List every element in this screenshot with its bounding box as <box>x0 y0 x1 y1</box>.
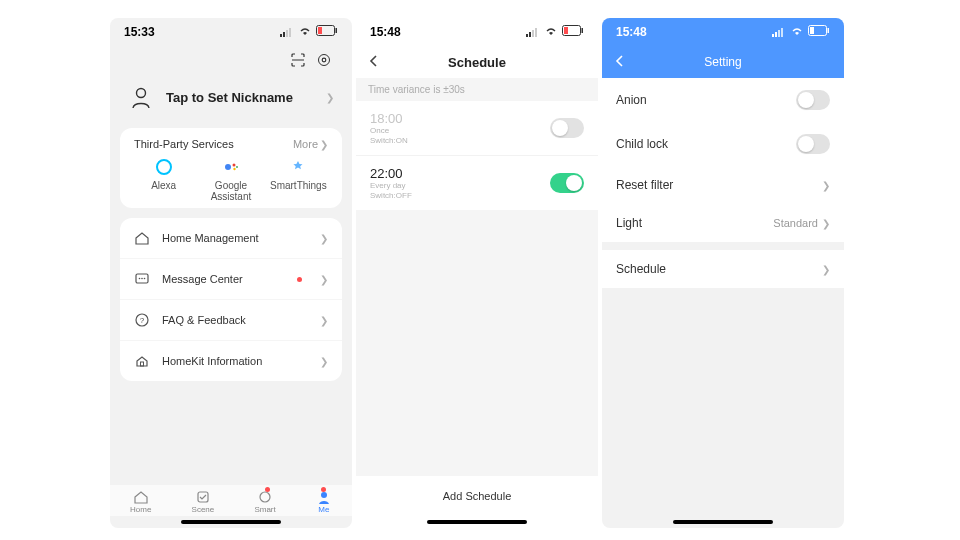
tab-scene[interactable]: Scene <box>192 489 215 514</box>
settings-gear-icon[interactable] <box>316 52 332 68</box>
nav-bar: Schedule <box>356 46 598 78</box>
tab-me[interactable]: Me <box>316 489 332 514</box>
status-bar: 15:48 <box>602 18 844 46</box>
setting-schedule[interactable]: Schedule ❯ <box>602 250 844 288</box>
notification-dot <box>321 487 326 492</box>
setting-reset-filter[interactable]: Reset filter ❯ <box>602 166 844 204</box>
signal-icon <box>280 27 294 37</box>
home-indicator <box>673 520 773 524</box>
svg-point-7 <box>319 55 330 66</box>
settings-body: Anion Child lock Reset filter ❯ Light St… <box>602 78 844 520</box>
svg-rect-31 <box>582 28 584 33</box>
schedule-row[interactable]: 18:00 Once Switch:ON <box>356 101 598 156</box>
status-right <box>280 25 338 39</box>
profile-row[interactable]: Tap to Set Nickname ❯ <box>110 72 352 128</box>
menu-homekit[interactable]: HomeKit Information ❯ <box>120 341 342 381</box>
svg-rect-23 <box>260 492 270 502</box>
tp-label: Alexa <box>130 180 197 191</box>
schedule-info: 22:00 Every day Switch:OFF <box>370 166 550 200</box>
tp-alexa[interactable]: Alexa <box>130 158 197 202</box>
anion-toggle[interactable] <box>796 90 830 110</box>
phone-setting-screen: 15:48 Setting Anion Child lock <box>602 18 844 528</box>
svg-rect-3 <box>289 28 291 37</box>
battery-icon <box>562 25 584 39</box>
alexa-icon <box>155 158 173 176</box>
svg-rect-27 <box>532 30 534 37</box>
tab-bar: Home Scene Smart Me <box>110 485 352 516</box>
more-label: More <box>293 138 318 150</box>
third-party-card: Third-Party Services More ❯ Alexa Google… <box>120 128 342 208</box>
tp-smartthings[interactable]: SmartThings <box>265 158 332 202</box>
status-time: 15:48 <box>370 25 401 39</box>
svg-rect-25 <box>526 34 528 37</box>
svg-rect-26 <box>529 32 531 37</box>
schedule-time: 18:00 <box>370 111 550 126</box>
home-tab-icon <box>133 489 149 505</box>
schedule-toggle[interactable] <box>550 118 584 138</box>
third-party-header: Third-Party Services More ❯ <box>130 138 332 158</box>
schedule-action: Switch:ON <box>370 136 550 146</box>
status-right <box>772 25 830 39</box>
add-schedule-button[interactable]: Add Schedule <box>356 476 598 516</box>
setting-anion[interactable]: Anion <box>602 78 844 122</box>
tp-google[interactable]: Google Assistant <box>197 158 264 202</box>
svg-point-17 <box>141 278 143 280</box>
status-bar: 15:48 <box>356 18 598 46</box>
svg-rect-32 <box>772 34 774 37</box>
svg-rect-28 <box>535 28 537 37</box>
tab-label: Scene <box>192 505 215 514</box>
setting-value: Standard <box>773 217 818 229</box>
notification-dot <box>265 487 270 492</box>
back-button[interactable] <box>368 54 378 71</box>
third-party-grid: Alexa Google Assistant SmartThings <box>130 158 332 202</box>
status-time: 15:33 <box>124 25 155 39</box>
menu-label: FAQ & Feedback <box>162 314 308 326</box>
child-lock-toggle[interactable] <box>796 134 830 154</box>
setting-label: Schedule <box>616 262 822 276</box>
setting-light[interactable]: Light Standard ❯ <box>602 204 844 242</box>
svg-rect-2 <box>286 30 288 37</box>
smartthings-icon <box>289 158 307 176</box>
svg-rect-22 <box>198 492 208 502</box>
scan-icon[interactable] <box>290 52 306 68</box>
svg-point-8 <box>322 58 326 62</box>
svg-text:?: ? <box>140 316 145 325</box>
chevron-right-icon: ❯ <box>320 233 328 244</box>
phone-me-screen: 15:33 Tap to Set Nickname ❯ Th <box>110 18 352 528</box>
svg-rect-21 <box>141 362 144 366</box>
status-right <box>526 25 584 39</box>
chevron-right-icon: ❯ <box>326 92 334 103</box>
phone-schedule-screen: 15:48 Schedule Time variance is ±30s 18:… <box>356 18 598 528</box>
svg-point-11 <box>225 164 231 170</box>
schedule-empty-area <box>356 210 598 476</box>
menu-card: Home Management ❯ Message Center ❯ ? FAQ… <box>120 218 342 381</box>
chevron-right-icon: ❯ <box>320 139 328 150</box>
tab-label: Me <box>316 505 332 514</box>
schedule-info: 18:00 Once Switch:ON <box>370 111 550 145</box>
third-party-more[interactable]: More ❯ <box>293 138 328 150</box>
third-party-title: Third-Party Services <box>134 138 234 150</box>
schedule-toggle[interactable] <box>550 173 584 193</box>
battery-icon <box>316 25 338 39</box>
menu-label: HomeKit Information <box>162 355 308 367</box>
tab-home[interactable]: Home <box>130 489 151 514</box>
menu-faq[interactable]: ? FAQ & Feedback ❯ <box>120 300 342 341</box>
variance-note: Time variance is ±30s <box>356 78 598 101</box>
schedule-repeat: Once <box>370 126 550 136</box>
signal-icon <box>526 27 540 37</box>
setting-label: Light <box>616 216 773 230</box>
svg-rect-0 <box>280 34 282 37</box>
setting-child-lock[interactable]: Child lock <box>602 122 844 166</box>
menu-message-center[interactable]: Message Center ❯ <box>120 259 342 300</box>
menu-label: Message Center <box>162 273 285 285</box>
wifi-icon <box>544 25 558 39</box>
wifi-icon <box>790 25 804 39</box>
page-title: Setting <box>704 55 741 69</box>
svg-point-9 <box>137 89 146 98</box>
back-button[interactable] <box>614 54 624 71</box>
schedule-time: 22:00 <box>370 166 550 181</box>
menu-home-management[interactable]: Home Management ❯ <box>120 218 342 259</box>
schedule-row[interactable]: 22:00 Every day Switch:OFF <box>356 156 598 210</box>
svg-point-18 <box>144 278 146 280</box>
tab-smart[interactable]: Smart <box>254 489 275 514</box>
